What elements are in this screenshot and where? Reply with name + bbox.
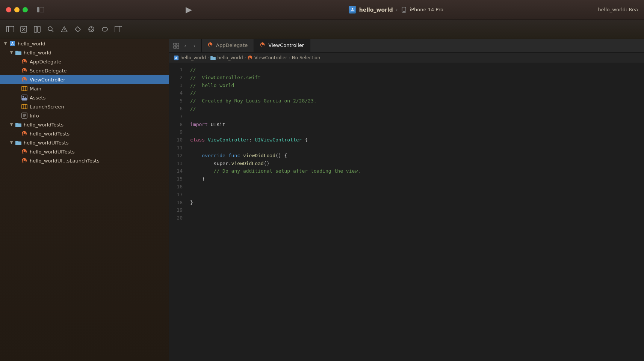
main-content: ▶ A hello_world ▶ hello_world AppDelegat… bbox=[0, 39, 644, 361]
sidebar-item-appdelegate[interactable]: AppDelegate bbox=[0, 57, 169, 66]
maximize-button[interactable] bbox=[23, 7, 28, 12]
code-line: // bbox=[190, 89, 644, 97]
sidebar: ▶ A hello_world ▶ hello_world AppDelegat… bbox=[0, 39, 169, 361]
toolbar-breakpoints-btn[interactable] bbox=[72, 24, 83, 35]
sidebar-item-uitests-group[interactable]: ▶ hello_worldUITests bbox=[0, 138, 169, 147]
svg-rect-5 bbox=[403, 11, 405, 12]
line-number: 15 bbox=[169, 175, 183, 183]
sidebar-label-scenedelegate: SceneDelegate bbox=[30, 68, 67, 74]
tab-viewcontroller[interactable]: ViewController bbox=[254, 39, 310, 52]
sidebar-item-viewcontroller[interactable]: ViewController bbox=[0, 75, 169, 84]
line-number: 20 bbox=[169, 214, 183, 222]
toolbar-split-view-btn[interactable] bbox=[32, 24, 43, 35]
breadcrumb-project-label: hello_world bbox=[180, 55, 206, 60]
sidebar-item-assets[interactable]: Assets bbox=[0, 93, 169, 102]
sidebar-item-info[interactable]: Info bbox=[0, 111, 169, 120]
line-number: 7 bbox=[169, 113, 183, 121]
sidebar-item-uilaunchtests[interactable]: hello_worldUI...sLaunchTests bbox=[0, 156, 169, 165]
toolbar-sidebar-btn[interactable] bbox=[5, 24, 16, 35]
breadcrumb-folder[interactable]: hello_world bbox=[210, 55, 243, 60]
svg-point-24 bbox=[92, 29, 94, 30]
toolbar-close-editors-btn[interactable] bbox=[18, 24, 29, 35]
code-line: // ViewController.swift bbox=[190, 74, 644, 82]
toolbar-search-btn[interactable] bbox=[45, 24, 56, 35]
breadcrumb-project[interactable]: A hello_world bbox=[174, 55, 206, 60]
line-number: 9 bbox=[169, 128, 183, 136]
sidebar-label-appdelegate: AppDelegate bbox=[30, 59, 61, 65]
code-editor[interactable]: 1234567891011121314151617181920 //// Vie… bbox=[169, 63, 644, 361]
breadcrumb-sep-3: › bbox=[289, 55, 290, 60]
breadcrumb-file[interactable]: ViewController bbox=[248, 55, 287, 60]
line-number: 14 bbox=[169, 167, 183, 175]
line-number: 1 bbox=[169, 66, 183, 74]
swift-icon-tests bbox=[21, 130, 28, 137]
code-content[interactable]: //// ViewController.swift// hello_world/… bbox=[187, 63, 644, 361]
svg-text:A: A bbox=[351, 8, 354, 12]
code-line: class ViewController: UIViewController { bbox=[190, 136, 644, 144]
toolbar-inspectors-btn[interactable] bbox=[113, 24, 124, 35]
line-number: 8 bbox=[169, 121, 183, 129]
run-button[interactable]: ▶ bbox=[183, 5, 194, 15]
line-number: 12 bbox=[169, 152, 183, 160]
titlebar-sep-1: › bbox=[396, 7, 398, 12]
sidebar-label-hello-world-group: hello_world bbox=[24, 50, 51, 56]
breadcrumb-selection[interactable]: No Selection bbox=[292, 55, 320, 60]
code-line bbox=[190, 113, 644, 121]
sidebar-label-main: Main bbox=[30, 86, 41, 92]
sidebar-item-hello-world-project[interactable]: ▶ A hello_world bbox=[0, 39, 169, 48]
sidebar-item-launchscreen[interactable]: LaunchScreen bbox=[0, 102, 169, 111]
line-numbers: 1234567891011121314151617181920 bbox=[169, 63, 187, 361]
tab-appdelegate[interactable]: AppDelegate bbox=[202, 39, 254, 52]
titlebar-center: A hello_world › iPhone 14 Pro bbox=[332, 6, 460, 14]
tab-bar: ‹ › AppDelegate ViewController bbox=[169, 39, 644, 53]
breadcrumb-folder-icon bbox=[210, 56, 216, 60]
breadcrumb: A hello_world › hello_world › ViewContro… bbox=[169, 53, 644, 63]
svg-line-15 bbox=[52, 30, 54, 32]
svg-rect-43 bbox=[177, 43, 179, 45]
traffic-lights bbox=[6, 7, 28, 12]
scheme-device-icon bbox=[401, 7, 407, 13]
sidebar-label-info: Info bbox=[30, 113, 39, 119]
folder-icon-uitests bbox=[15, 139, 22, 146]
svg-rect-44 bbox=[174, 46, 176, 48]
disclosure-arrow-uitests: ▶ bbox=[9, 140, 15, 146]
code-line: // bbox=[190, 105, 644, 113]
close-button[interactable] bbox=[6, 7, 11, 12]
swift-icon-tab-viewcontroller bbox=[260, 42, 265, 48]
tab-nav-back[interactable]: ‹ bbox=[181, 42, 189, 50]
storyboard-icon-launch bbox=[21, 103, 28, 110]
tab-nav-grid[interactable] bbox=[172, 42, 180, 50]
toolbar-oval-btn[interactable] bbox=[99, 24, 110, 35]
code-line bbox=[190, 206, 644, 214]
tab-nav-forward[interactable]: › bbox=[190, 42, 198, 50]
line-number: 18 bbox=[169, 199, 183, 207]
sidebar-item-main[interactable]: Main bbox=[0, 84, 169, 93]
line-number: 5 bbox=[169, 97, 183, 105]
swift-icon-tab-appdelegate bbox=[208, 42, 213, 48]
svg-rect-42 bbox=[174, 43, 176, 45]
code-line bbox=[190, 214, 644, 222]
swift-icon-uitests bbox=[21, 148, 28, 155]
toolbar-shapes-btn[interactable] bbox=[86, 24, 97, 35]
code-line bbox=[190, 183, 644, 191]
svg-point-14 bbox=[48, 27, 52, 31]
svg-rect-0 bbox=[37, 7, 39, 12]
project-file-icon: A bbox=[9, 40, 16, 47]
toolbar-warnings-btn[interactable] bbox=[59, 24, 70, 35]
svg-rect-35 bbox=[22, 104, 27, 109]
breadcrumb-sep-1: › bbox=[207, 55, 209, 60]
breadcrumb-selection-label: No Selection bbox=[292, 55, 320, 60]
svg-point-18 bbox=[64, 30, 65, 31]
sidebar-item-uitests[interactable]: hello_worldUITests bbox=[0, 147, 169, 156]
code-line bbox=[190, 144, 644, 152]
code-line bbox=[190, 191, 644, 199]
line-number: 6 bbox=[169, 105, 183, 113]
sidebar-item-hello-world-group[interactable]: ▶ hello_world bbox=[0, 48, 169, 57]
sidebar-item-tests[interactable]: hello_worldTests bbox=[0, 129, 169, 138]
sidebar-item-tests-group[interactable]: ▶ hello_worldTests bbox=[0, 120, 169, 129]
minimize-button[interactable] bbox=[14, 7, 20, 12]
sidebar-label-assets: Assets bbox=[30, 95, 45, 101]
sidebar-toggle-button[interactable] bbox=[35, 6, 46, 14]
sidebar-item-scenedelegate[interactable]: SceneDelegate bbox=[0, 66, 169, 75]
tab-navigation: ‹ › bbox=[169, 39, 202, 52]
